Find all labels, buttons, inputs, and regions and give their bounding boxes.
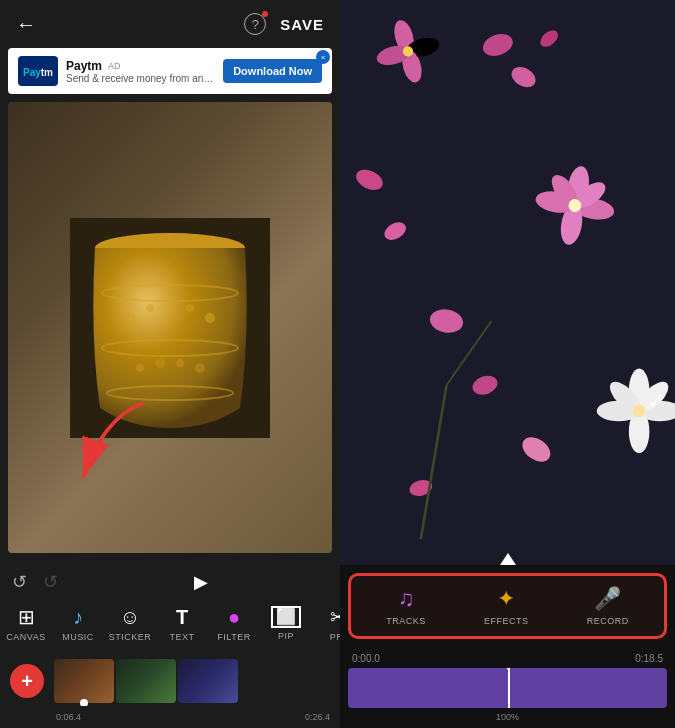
timeline-clips bbox=[54, 656, 330, 706]
ad-description: Send & receive money from any phone ... bbox=[66, 73, 215, 84]
timeline-times: 0:06.4 0:26.4 bbox=[0, 712, 340, 726]
effects-label: EFFECTS bbox=[484, 616, 529, 626]
bottom-controls: ↺ ↺ ▶ ⊞ CANVAS ♪ MUSIC ☺ STICKER bbox=[0, 561, 340, 728]
app-container: ← ? SAVE Paytm Paytm AD Send & receive bbox=[0, 0, 675, 728]
trim-icon: ✂ bbox=[330, 605, 341, 629]
tool-effects[interactable]: ✦ EFFECTS bbox=[472, 582, 541, 630]
svg-point-37 bbox=[633, 404, 646, 417]
right-time-start: 0:00.0 bbox=[352, 653, 380, 664]
trim-label: PRI bbox=[330, 632, 340, 642]
record-icon: 🎤 bbox=[594, 586, 621, 612]
help-button[interactable]: ? bbox=[244, 13, 266, 35]
ad-banner: Paytm Paytm AD Send & receive money from… bbox=[8, 48, 332, 94]
back-button[interactable]: ← bbox=[16, 13, 36, 36]
ad-close-button[interactable]: × bbox=[316, 50, 330, 64]
tracks-icon: ♫ bbox=[398, 586, 415, 612]
clip-thumb-3[interactable] bbox=[178, 659, 238, 703]
svg-point-7 bbox=[165, 308, 175, 318]
record-label: RECORD bbox=[587, 616, 629, 626]
clip-thumb-2[interactable] bbox=[116, 659, 176, 703]
right-time-end: 0:18.5 bbox=[635, 653, 663, 664]
undo-button[interactable]: ↺ bbox=[12, 571, 27, 593]
svg-point-10 bbox=[136, 364, 144, 372]
tool-record[interactable]: 🎤 RECORD bbox=[575, 582, 641, 630]
svg-rect-15 bbox=[340, 0, 675, 565]
tool-canvas[interactable]: ⊞ CANVAS bbox=[0, 601, 52, 646]
tool-music[interactable]: ♪ MUSIC bbox=[52, 602, 104, 646]
right-timeline: 0:00.0 0:18.5 100% bbox=[340, 647, 675, 728]
video-preview bbox=[8, 102, 332, 553]
tool-filter[interactable]: ● FILTER bbox=[208, 602, 260, 646]
video-frame bbox=[8, 102, 332, 553]
checkmark-button[interactable]: ✓ bbox=[647, 389, 665, 415]
tool-trim[interactable]: ✂ PRI bbox=[312, 601, 340, 646]
filter-label: FILTER bbox=[217, 632, 250, 642]
music-icon: ♪ bbox=[73, 606, 83, 629]
ad-brand: Paytm AD bbox=[66, 59, 215, 73]
ad-logo: Paytm bbox=[18, 56, 58, 86]
canvas-label: CANVAS bbox=[6, 632, 45, 642]
svg-point-5 bbox=[125, 313, 135, 323]
canvas-icon: ⊞ bbox=[18, 605, 35, 629]
pip-label: PIP bbox=[278, 631, 294, 641]
tool-tracks[interactable]: ♫ TRACKS bbox=[374, 582, 438, 630]
tool-sticker[interactable]: ☺ STICKER bbox=[104, 602, 156, 646]
effects-icon: ✦ bbox=[497, 586, 515, 612]
svg-point-13 bbox=[195, 363, 205, 373]
text-label: TEXT bbox=[169, 632, 194, 642]
playhead-triangle bbox=[500, 668, 516, 670]
playback-bar: ↺ ↺ ▶ bbox=[0, 567, 340, 597]
sticker-icon: ☺ bbox=[120, 606, 140, 629]
music-label: MUSIC bbox=[62, 632, 94, 642]
timeline-bar: + bbox=[0, 650, 340, 712]
time-start: 0:06.4 bbox=[56, 712, 81, 722]
top-bar-right: ? SAVE bbox=[244, 13, 324, 35]
tracks-label: TRACKS bbox=[386, 616, 426, 626]
tool-pip[interactable]: ⬜ PIP bbox=[260, 602, 312, 645]
time-end: 0:26.4 bbox=[305, 712, 330, 722]
svg-point-9 bbox=[205, 313, 215, 323]
text-icon: T bbox=[176, 606, 188, 629]
ad-tag: AD bbox=[108, 61, 121, 71]
add-clip-button[interactable]: + bbox=[10, 664, 44, 698]
download-now-button[interactable]: Download Now bbox=[223, 59, 322, 83]
zoom-indicator: 100% bbox=[348, 712, 667, 722]
save-button[interactable]: SAVE bbox=[280, 16, 324, 33]
left-panel: ← ? SAVE Paytm Paytm AD Send & receive bbox=[0, 0, 340, 728]
svg-point-8 bbox=[186, 304, 194, 312]
redo-button[interactable]: ↺ bbox=[43, 571, 58, 593]
right-video-preview: ✓ bbox=[340, 0, 675, 565]
right-panel: ✓ ♫ TRACKS ✦ EFFECTS 🎤 RECORD 0 bbox=[340, 0, 675, 728]
sticker-label: STICKER bbox=[109, 632, 152, 642]
brass-cup-illustration bbox=[70, 218, 270, 438]
top-bar: ← ? SAVE bbox=[0, 0, 340, 48]
tool-text[interactable]: T TEXT bbox=[156, 602, 208, 646]
ad-info: Paytm AD Send & receive money from any p… bbox=[66, 59, 215, 84]
time-indicator: 0:00.0 0:18.5 bbox=[348, 653, 667, 664]
right-tools-panel: ♫ TRACKS ✦ EFFECTS 🎤 RECORD bbox=[348, 573, 667, 639]
svg-point-12 bbox=[176, 359, 184, 367]
right-timeline-track[interactable] bbox=[348, 668, 667, 708]
tools-bar: ⊞ CANVAS ♪ MUSIC ☺ STICKER T TEXT ● FI bbox=[0, 597, 340, 650]
svg-point-11 bbox=[155, 358, 165, 368]
play-button[interactable]: ▶ bbox=[194, 571, 208, 593]
pip-icon: ⬜ bbox=[271, 606, 301, 628]
filter-icon: ● bbox=[228, 606, 240, 629]
clip-thumb-1[interactable] bbox=[54, 659, 114, 703]
playhead-marker bbox=[500, 553, 516, 565]
flowers-illustration bbox=[340, 0, 675, 565]
svg-point-6 bbox=[146, 304, 154, 312]
